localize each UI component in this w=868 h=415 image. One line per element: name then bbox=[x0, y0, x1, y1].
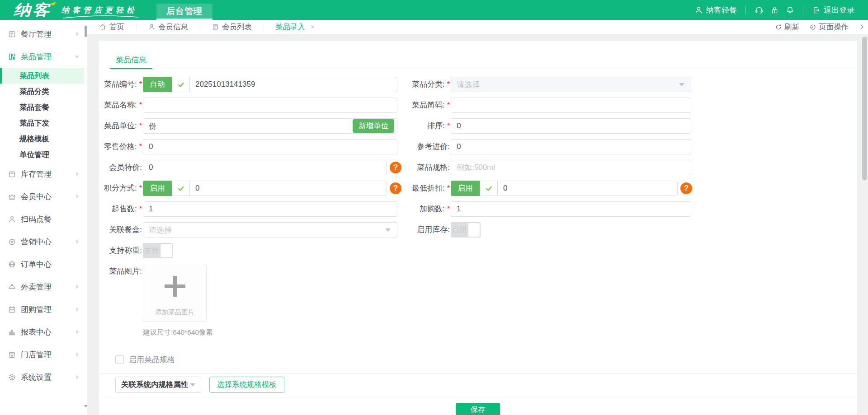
sidebar-subitem-dish-combo[interactable]: 菜品套餐 bbox=[0, 99, 84, 115]
person-icon bbox=[8, 215, 16, 224]
app-header: 纳客 纳客管店更轻松 后台管理 纳客轻餐 退出登录 bbox=[0, 0, 868, 20]
enable-stock-field: 启用 bbox=[451, 222, 692, 238]
sidebar-item-store-management[interactable]: 门店管理 bbox=[0, 343, 84, 366]
dish-category-field: 请选择 bbox=[451, 77, 692, 92]
close-icon[interactable]: × bbox=[311, 23, 315, 31]
help-question-icon[interactable]: ? bbox=[390, 162, 401, 173]
weigh-field: 支持 bbox=[143, 243, 401, 258]
weigh-toggle[interactable]: 支持 bbox=[143, 243, 173, 258]
sidebar-item-system-settings[interactable]: 系统设置 bbox=[0, 366, 84, 388]
calendar-icon bbox=[8, 305, 16, 314]
globe-icon bbox=[8, 260, 16, 269]
storefront-icon bbox=[8, 350, 16, 359]
sidebar-subitem-dish-category[interactable]: 菜品分类 bbox=[0, 84, 84, 99]
header-right: 纳客轻餐 退出登录 bbox=[694, 5, 854, 15]
sort-field bbox=[451, 118, 692, 134]
main-scrollbar-track[interactable] bbox=[861, 34, 868, 415]
support-headset-icon[interactable] bbox=[755, 5, 764, 14]
ref-price-field bbox=[451, 139, 692, 154]
add-qty-input[interactable] bbox=[451, 201, 691, 217]
page-operations-button[interactable]: 页面操作 bbox=[809, 22, 849, 32]
image-upload-box[interactable]: 添加菜品图片 bbox=[143, 264, 207, 322]
sidebar-subitem-dish-dispatch[interactable]: 菜品下发 bbox=[0, 115, 84, 131]
tab-dish-entry[interactable]: 菜品录入 × bbox=[264, 20, 326, 34]
sidebar-subitem-unit-management[interactable]: 单位管理 bbox=[0, 147, 84, 163]
enable-spec-checkbox[interactable] bbox=[115, 355, 124, 364]
points-value[interactable]: 0 bbox=[190, 181, 199, 196]
user-icon bbox=[694, 6, 703, 14]
chevron-right-icon[interactable] bbox=[859, 23, 865, 30]
ref-price-input[interactable] bbox=[451, 139, 691, 154]
dish-name-input[interactable] bbox=[143, 98, 397, 113]
sidebar-item-reports[interactable]: 报表中心 bbox=[0, 321, 84, 343]
retail-price-label: 零售价格:* bbox=[99, 139, 143, 154]
member-price-input[interactable] bbox=[143, 160, 387, 175]
choose-spec-template-button[interactable]: 选择系统规格模板 bbox=[209, 377, 284, 393]
check-icon bbox=[177, 185, 185, 192]
sidebar-item-dish-management[interactable]: 菜品管理 bbox=[0, 45, 84, 68]
min-discount-value[interactable]: 0 bbox=[498, 181, 507, 196]
sidebar-subitem-dish-list[interactable]: 菜品列表 bbox=[0, 68, 84, 84]
dish-code-input: 自动 20251013141359 bbox=[143, 77, 397, 92]
add-unit-button[interactable]: 新增单位 bbox=[353, 119, 394, 133]
sidebar-item-member-center[interactable]: 会员中心 bbox=[0, 185, 84, 208]
weigh-label: 支持称重: bbox=[99, 243, 143, 258]
dish-shortcode-input[interactable] bbox=[451, 98, 691, 113]
min-discount-input: 启用 0 bbox=[451, 181, 678, 196]
dish-code-value[interactable]: 20251013141359 bbox=[190, 77, 255, 92]
inventory-icon bbox=[8, 170, 16, 178]
lock-icon[interactable] bbox=[770, 6, 779, 14]
min-sale-input[interactable] bbox=[143, 201, 397, 217]
help-question-icon[interactable]: ? bbox=[680, 182, 692, 194]
check-icon bbox=[177, 81, 185, 89]
sidebar-item-scan-order[interactable]: 扫码点餐 bbox=[0, 208, 84, 230]
discount-enable-button[interactable]: 启用 bbox=[451, 181, 480, 196]
auto-check-toggle[interactable] bbox=[172, 77, 190, 92]
member-price-label: 会员特价: bbox=[99, 160, 143, 175]
tab-member-info[interactable]: 会员信息 bbox=[136, 20, 200, 34]
sort-input[interactable] bbox=[451, 118, 691, 134]
header-divider bbox=[745, 6, 746, 14]
dish-category-select[interactable]: 请选择 bbox=[451, 77, 691, 92]
stock-toggle[interactable]: 启用 bbox=[451, 222, 481, 238]
dish-spec-input[interactable] bbox=[451, 160, 691, 175]
bell-icon[interactable] bbox=[786, 6, 794, 14]
sidebar-scrollbar-thumb[interactable] bbox=[85, 26, 87, 37]
chevron-right-icon bbox=[74, 374, 80, 380]
toggle-knob bbox=[468, 223, 480, 237]
cloche-icon bbox=[8, 283, 16, 291]
min-sale-label: 起售数:* bbox=[99, 201, 143, 217]
account-menu[interactable]: 纳客轻餐 bbox=[694, 5, 737, 15]
refresh-button[interactable]: 刷新 bbox=[775, 22, 799, 32]
sidebar-item-marketing[interactable]: 营销中心 bbox=[0, 230, 84, 253]
chevron-right-icon bbox=[74, 239, 80, 244]
save-button[interactable]: 保存 bbox=[456, 403, 500, 415]
linked-box-field: 请选择 bbox=[143, 222, 401, 238]
tab-dish-info[interactable]: 菜品信息 bbox=[110, 51, 152, 69]
sidebar-subitem-spec-template[interactable]: 规格模板 bbox=[0, 131, 84, 147]
sidebar-item-takeout[interactable]: 外卖管理 bbox=[0, 275, 84, 298]
tab-member-list[interactable]: 会员列表 bbox=[200, 20, 264, 34]
logout-icon bbox=[812, 6, 821, 14]
discount-check-toggle[interactable] bbox=[480, 181, 498, 196]
retail-price-input[interactable] bbox=[143, 139, 397, 154]
sidebar-item-restaurant[interactable]: 餐厅管理 bbox=[0, 23, 84, 45]
nav-tab-backend[interactable]: 后台管理 bbox=[156, 4, 212, 20]
sidebar-item-inventory[interactable]: 库存管理 bbox=[0, 163, 84, 185]
min-sale-field bbox=[143, 201, 401, 217]
tab-home[interactable]: 首页 bbox=[87, 20, 136, 34]
help-question-icon[interactable]: ? bbox=[390, 182, 401, 194]
bar-chart-icon bbox=[8, 328, 16, 336]
dish-image-field: 添加菜品图片 建议尺寸:640*640像素 bbox=[143, 264, 401, 337]
points-mode-input: 启用 0 bbox=[143, 181, 387, 196]
retail-price-field bbox=[143, 139, 401, 154]
main-scrollbar-thumb[interactable] bbox=[862, 37, 867, 180]
sidebar-item-order-center[interactable]: 订单中心 bbox=[0, 253, 84, 275]
spec-attr-select[interactable]: 关联系统内规格属性 bbox=[115, 377, 201, 393]
logout-button[interactable]: 退出登录 bbox=[812, 5, 854, 15]
sidebar-item-group-buy[interactable]: 团购管理 bbox=[0, 298, 84, 321]
auto-number-button[interactable]: 自动 bbox=[143, 77, 172, 92]
points-enable-button[interactable]: 启用 bbox=[143, 181, 172, 196]
points-check-toggle[interactable] bbox=[172, 181, 190, 196]
linked-box-select[interactable]: 请选择 bbox=[143, 222, 397, 238]
